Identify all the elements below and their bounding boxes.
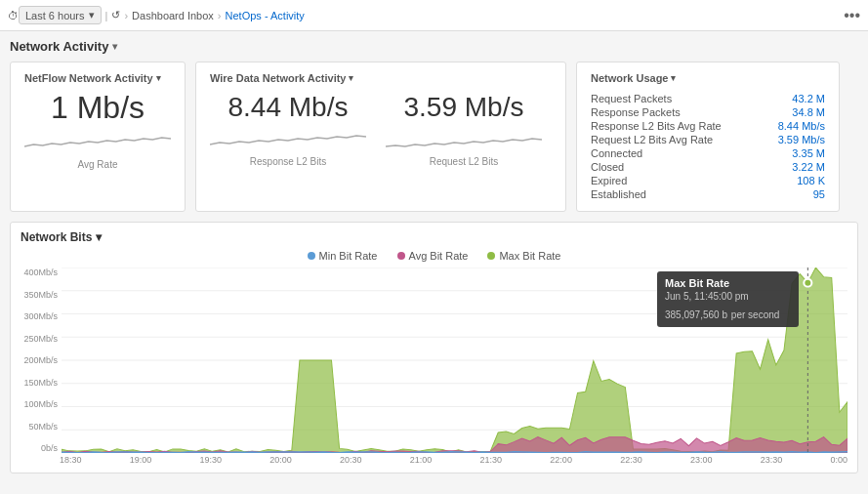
netflow-title: NetFlow Network Activity ▾ bbox=[24, 72, 171, 84]
chart-svg bbox=[62, 268, 847, 453]
y-label: 400Mb/s bbox=[21, 268, 58, 277]
breadcrumb-inbox[interactable]: Dashboard Inbox bbox=[132, 10, 214, 21]
legend-item: Min Bit Rate bbox=[308, 250, 378, 262]
legend-dot bbox=[397, 252, 405, 260]
netusage-panel: Network Usage ▾ Request Packets43.2 MRes… bbox=[576, 62, 840, 212]
chart-wrapper: Max Bit Rate Jun 5, 11:45:00 pm 385,097,… bbox=[62, 268, 847, 453]
wiredata-sparkline1 bbox=[210, 127, 366, 150]
y-label: 200Mb/s bbox=[21, 355, 58, 365]
page-title-chevron[interactable]: ▾ bbox=[112, 41, 117, 52]
y-label: 350Mb/s bbox=[21, 290, 58, 300]
time-icon: ⏱ bbox=[8, 10, 19, 21]
netusage-table: Request Packets43.2 MResponse Packets34.… bbox=[591, 92, 825, 201]
legend-dot bbox=[487, 252, 495, 260]
legend-label: Max Bit Rate bbox=[499, 250, 560, 262]
x-label: 23:00 bbox=[690, 455, 713, 465]
y-label: 300Mb/s bbox=[21, 311, 58, 321]
refresh-icon[interactable]: ↺ bbox=[111, 9, 120, 21]
netflow-panel: NetFlow Network Activity ▾ 1 Mb/s Avg Ra… bbox=[10, 62, 186, 212]
page-title-row: Network Activity ▾ bbox=[10, 39, 858, 54]
netusage-row: Request Packets43.2 M bbox=[591, 92, 825, 105]
top-bar: ⏱ Last 6 hours ▾ | ↺ › Dashboard Inbox ›… bbox=[0, 0, 868, 31]
netusage-row: Connected3.35 M bbox=[591, 146, 825, 160]
netflow-value: 1 Mb/s bbox=[24, 92, 171, 123]
chart-section: Network Bits ▾ Min Bit RateAvg Bit RateM… bbox=[10, 222, 858, 473]
y-axis: 400Mb/s350Mb/s300Mb/s250Mb/s200Mb/s150Mb… bbox=[21, 268, 58, 453]
wiredata-metric1: 8.44 Mb/s Response L2 Bits bbox=[210, 92, 366, 167]
wiredata-chevron[interactable]: ▾ bbox=[349, 73, 353, 83]
netusage-row: Response L2 Bits Avg Rate8.44 Mb/s bbox=[591, 119, 825, 133]
x-label: 18:30 bbox=[60, 455, 82, 465]
chart-legend: Min Bit RateAvg Bit RateMax Bit Rate bbox=[21, 250, 847, 262]
x-label: 20:00 bbox=[269, 455, 292, 465]
netusage-row: Expired108 K bbox=[591, 174, 825, 187]
wiredata-sparkline2 bbox=[386, 127, 542, 150]
netflow-label: Avg Rate bbox=[24, 159, 171, 170]
x-label: 19:00 bbox=[130, 455, 152, 465]
netusage-title: Network Usage ▾ bbox=[591, 72, 825, 84]
time-label: Last 6 hours bbox=[25, 10, 85, 21]
netusage-chevron[interactable]: ▾ bbox=[671, 73, 676, 83]
separator1: | bbox=[105, 10, 108, 21]
legend-label: Min Bit Rate bbox=[319, 250, 378, 262]
y-label: 0b/s bbox=[21, 443, 58, 453]
legend-label: Avg Bit Rate bbox=[409, 250, 469, 262]
breadcrumb: Dashboard Inbox › NetOps - Activity bbox=[132, 10, 305, 21]
x-label: 22:30 bbox=[620, 455, 642, 465]
y-label: 50Mb/s bbox=[21, 422, 58, 432]
time-selector[interactable]: Last 6 hours ▾ bbox=[19, 6, 102, 24]
panels-row: NetFlow Network Activity ▾ 1 Mb/s Avg Ra… bbox=[10, 62, 858, 212]
wiredata-metric2: 3.59 Mb/s Request L2 Bits bbox=[386, 92, 542, 167]
breadcrumb-active: NetOps - Activity bbox=[226, 10, 305, 21]
netusage-row: Request L2 Bits Avg Rate3.59 Mb/s bbox=[591, 133, 825, 146]
chart-chevron[interactable]: ▾ bbox=[96, 230, 102, 244]
netusage-row: Response Packets34.8 M bbox=[591, 105, 825, 119]
legend-item: Max Bit Rate bbox=[487, 250, 560, 262]
wiredata-label2: Request L2 Bits bbox=[430, 156, 499, 167]
y-label: 150Mb/s bbox=[21, 378, 58, 388]
wiredata-label1: Response L2 Bits bbox=[250, 156, 326, 167]
time-chevron: ▾ bbox=[89, 9, 95, 21]
wiredata-value1: 8.44 Mb/s bbox=[228, 92, 349, 123]
wiredata-panel: Wire Data Network Activity ▾ 8.44 Mb/s R… bbox=[195, 62, 566, 212]
legend-item: Avg Bit Rate bbox=[397, 250, 469, 262]
page-title: Network Activity bbox=[10, 39, 108, 54]
main-content: Network Activity ▾ NetFlow Network Activ… bbox=[0, 31, 868, 481]
y-label: 250Mb/s bbox=[21, 334, 58, 344]
wiredata-title: Wire Data Network Activity ▾ bbox=[210, 72, 552, 84]
chart-title: Network Bits ▾ bbox=[21, 230, 847, 244]
separator2: › bbox=[124, 10, 128, 21]
x-axis: 18:3019:0019:3020:0020:3021:0021:3022:00… bbox=[21, 455, 847, 465]
wiredata-metrics: 8.44 Mb/s Response L2 Bits 3.59 Mb/s Req… bbox=[210, 92, 552, 167]
x-label: 19:30 bbox=[200, 455, 223, 465]
y-label: 100Mb/s bbox=[21, 399, 58, 409]
svg-point-10 bbox=[804, 279, 811, 287]
netflow-chevron[interactable]: ▾ bbox=[156, 73, 161, 83]
x-label: 0:00 bbox=[830, 455, 847, 465]
netflow-sparkline bbox=[24, 127, 171, 150]
wiredata-value2: 3.59 Mb/s bbox=[404, 92, 524, 123]
dots-menu[interactable]: ••• bbox=[844, 7, 860, 24]
netusage-row: Established95 bbox=[591, 187, 825, 201]
x-label: 22:00 bbox=[550, 455, 572, 465]
legend-dot bbox=[308, 252, 315, 260]
x-label: 21:00 bbox=[410, 455, 433, 465]
x-label: 23:30 bbox=[761, 455, 783, 465]
netusage-row: Closed3.22 M bbox=[591, 160, 825, 174]
x-label: 21:30 bbox=[480, 455, 503, 465]
x-label: 20:30 bbox=[340, 455, 362, 465]
